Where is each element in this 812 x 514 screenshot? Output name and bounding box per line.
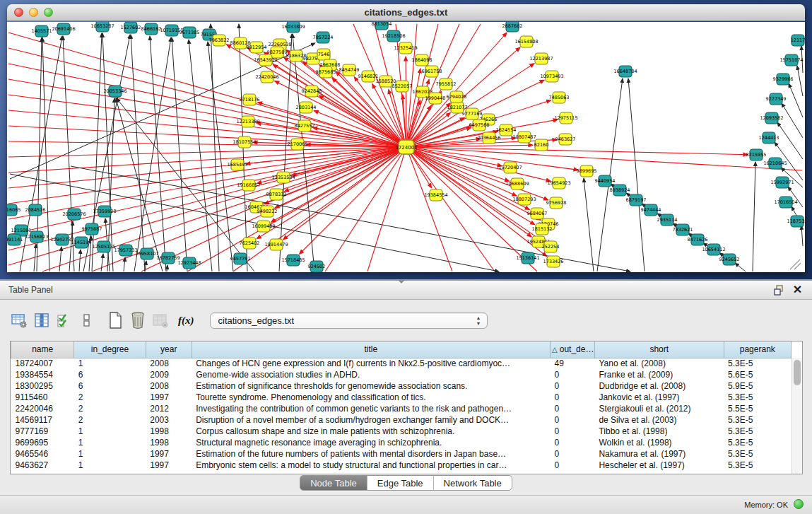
- graph-node[interactable]: 1405571: [32, 25, 52, 37]
- graph-node[interactable]: 9245652: [719, 254, 740, 265]
- graph-node[interactable]: 12213389: [236, 116, 259, 127]
- graph-node[interactable]: 1527602: [121, 22, 141, 33]
- delete-table-icon[interactable]: [151, 311, 170, 329]
- create-column-icon[interactable]: [106, 311, 124, 329]
- table-row[interactable]: 977716911998Corpus callosum shape and si…: [11, 426, 792, 437]
- graph-node[interactable]: 9227349: [766, 93, 787, 105]
- graph-node[interactable]: 2516065: [7, 204, 20, 216]
- network-window-titlebar[interactable]: citations_edges.txt: [7, 4, 805, 21]
- graph-node[interactable]: 17016504: [774, 197, 797, 208]
- graph-node[interactable]: 16648784: [613, 66, 637, 77]
- graph-node[interactable]: 1864098: [412, 54, 433, 66]
- delete-column-icon[interactable]: [129, 311, 147, 329]
- column-header-in_degree[interactable]: in_degree: [74, 341, 146, 358]
- graph-node[interactable]: 2687682: [502, 22, 523, 32]
- graph-node[interactable]: 8466162: [141, 23, 162, 35]
- graph-node[interactable]: 1685493: [228, 159, 248, 170]
- graph-node[interactable]: 8813054: [372, 22, 392, 30]
- graph-node[interactable]: 17957233: [114, 245, 137, 256]
- function-builder-icon[interactable]: f(x): [178, 315, 194, 327]
- zoom-window-button[interactable]: [44, 8, 53, 17]
- graph-node[interactable]: 20053346: [103, 86, 126, 97]
- graph-node[interactable]: 7857224: [313, 32, 334, 43]
- network-view[interactable]: 1405571 20691406 10653287 1527602 846616…: [7, 22, 805, 272]
- graph-node[interactable]: 391141: [7, 234, 23, 245]
- graph-node[interactable]: 10688609: [505, 178, 529, 189]
- graph-node[interactable]: 9329966: [773, 74, 794, 85]
- graph-hub-node[interactable]: 1724001: [395, 140, 417, 154]
- graph-node[interactable]: 12117: [791, 35, 805, 46]
- column-header-pagerank[interactable]: pagerank: [724, 341, 791, 358]
- graph-node[interactable]: 7485063: [549, 92, 570, 103]
- tab-node-table[interactable]: Node Table: [300, 476, 367, 490]
- close-icon[interactable]: ✕: [792, 284, 803, 296]
- column-header-year[interactable]: year: [146, 341, 192, 358]
- table-row[interactable]: 946362711997Embryonic stem cells: a mode…: [11, 460, 792, 471]
- float-window-icon[interactable]: [774, 285, 785, 296]
- graph-node[interactable]: 15751074: [779, 54, 803, 66]
- column-header-name[interactable]: name: [11, 341, 74, 358]
- graph-node[interactable]: 8938924: [610, 185, 630, 196]
- select-columns-icon[interactable]: [55, 311, 73, 329]
- graph-node[interactable]: 10653287: [90, 22, 114, 32]
- minimize-window-button[interactable]: [29, 8, 38, 17]
- table-row[interactable]: 1938455462009Genome-wide association stu…: [11, 369, 792, 380]
- tab-edge-table[interactable]: Edge Table: [367, 476, 433, 490]
- node-table-grid[interactable]: namein_degreeyeartitle△out_de…shortpager…: [11, 341, 792, 471]
- table-row[interactable]: 911546021997Tourette syndrome. Phenomeno…: [11, 392, 792, 403]
- network-window[interactable]: citations_edges.txt 1405571 20691406 106…: [7, 4, 805, 272]
- table-scrollbar-thumb[interactable]: [794, 360, 801, 385]
- column-header-short[interactable]: short: [594, 341, 724, 358]
- resize-grip-icon[interactable]: [790, 259, 801, 269]
- table-scrollbar[interactable]: [792, 358, 802, 474]
- graph-node[interactable]: 12975115: [554, 112, 577, 124]
- graph-node[interactable]: 19654923: [547, 177, 570, 189]
- graph-node[interactable]: 16033809: [281, 22, 305, 33]
- graph-node[interactable]: 20691406: [52, 23, 75, 35]
- graph-node[interactable]: 7546: [317, 49, 330, 60]
- graph-node[interactable]: 12923448: [177, 257, 201, 269]
- graph-node[interactable]: 15720407: [498, 162, 522, 173]
- graph-node[interactable]: 15992971: [770, 177, 794, 188]
- tab-network-table[interactable]: Network Table: [433, 476, 512, 490]
- graph-node[interactable]: 1733426: [543, 256, 564, 267]
- graph-node[interactable]: 252254: [542, 241, 560, 252]
- graph-node[interactable]: 16958107: [135, 248, 158, 259]
- graph-node[interactable]: 62160: [534, 139, 549, 151]
- column-header-out_de[interactable]: △out_de…: [551, 341, 595, 358]
- graph-node[interactable]: 7955812: [436, 78, 457, 90]
- table-row[interactable]: 946554611997Estimation of the future num…: [11, 448, 792, 460]
- graph-node[interactable]: 16210645: [763, 158, 787, 169]
- table-select-dropdown[interactable]: citations_edges.txt ▲▼: [210, 313, 488, 329]
- graph-node[interactable]: 18914479: [264, 239, 288, 250]
- graph-node[interactable]: 1244413: [759, 132, 779, 144]
- graph-node[interactable]: 9242848: [302, 86, 322, 97]
- graph-node[interactable]: 16154808: [514, 36, 538, 47]
- graph-node[interactable]: 7832621: [673, 224, 693, 235]
- graph-node[interactable]: 2084516: [25, 204, 46, 216]
- graph-node[interactable]: 10654112: [702, 244, 725, 255]
- graph-node[interactable]: 7625402: [240, 238, 260, 249]
- graph-node[interactable]: 8471626: [688, 234, 708, 245]
- graph-node[interactable]: 9899695: [577, 165, 597, 177]
- table-row[interactable]: 1872400712008Changes of HCN gene express…: [11, 358, 792, 369]
- table-row[interactable]: 1456911722003Disruption of a novel membe…: [11, 414, 792, 426]
- show-column-icon[interactable]: [33, 311, 51, 329]
- graph-node[interactable]: 12213987: [529, 53, 553, 64]
- network-canvas[interactable]: 1405571 20691406 10653287 1527602 846616…: [7, 22, 805, 272]
- graph-node[interactable]: 15718485: [281, 255, 305, 266]
- row-height-icon[interactable]: [78, 311, 96, 329]
- close-window-button[interactable]: [14, 8, 23, 17]
- column-header-title[interactable]: title: [192, 341, 550, 358]
- table-row[interactable]: 1830029562008Estimation of significance …: [11, 380, 792, 392]
- table-mode-icon[interactable]: [10, 311, 28, 329]
- graph-node[interactable]: 9975887: [82, 223, 102, 235]
- splitter-handle-icon[interactable]: [398, 280, 405, 284]
- graph-node[interactable]: 12093582: [760, 112, 783, 124]
- graph-node[interactable]: 19166857: [237, 180, 260, 191]
- graph-node[interactable]: 9756928: [546, 197, 567, 209]
- graph-node[interactable]: 9684067: [527, 208, 548, 219]
- graph-node[interactable]: 9463627: [555, 134, 576, 145]
- graph-node[interactable]: 6794028: [447, 91, 467, 103]
- memory-status-icon[interactable]: [794, 499, 804, 509]
